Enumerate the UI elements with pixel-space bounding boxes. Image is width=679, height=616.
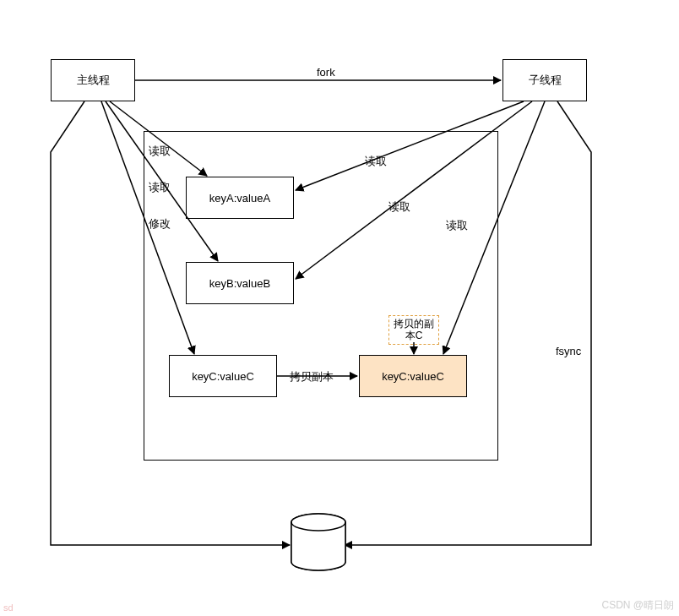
copy-note-label: 拷贝的副 本C: [394, 318, 434, 341]
key-a-box: keyA:valueA: [186, 177, 294, 219]
edge-fork-label: fork: [317, 66, 335, 79]
copy-note-box: 拷贝的副 本C: [388, 315, 439, 345]
disk-label: 磁盘: [309, 538, 331, 553]
key-c-box: keyC:valueC: [169, 355, 277, 397]
key-c-label: keyC:valueC: [192, 370, 254, 383]
child-thread-label: 子线程: [529, 73, 562, 88]
main-thread-label: 主线程: [77, 73, 110, 88]
watermark-left: sd: [3, 602, 14, 613]
svg-point-12: [291, 514, 345, 531]
edge-child-read-c: 读取: [446, 218, 468, 233]
main-thread-box: 主线程: [51, 59, 135, 101]
edge-copy-label: 拷贝副本: [290, 369, 334, 384]
edge-child-read-a: 读取: [365, 154, 387, 169]
key-c-copy-box: keyC:valueC: [359, 355, 467, 397]
svg-point-9: [291, 514, 345, 531]
edge-fsync-label: fsync: [556, 345, 581, 357]
key-b-label: keyB:valueB: [209, 277, 270, 290]
key-c-copy-label: keyC:valueC: [382, 370, 444, 383]
edge-main-read-b: 读取: [149, 180, 171, 195]
watermark-right: CSDN @晴日朗: [601, 598, 674, 613]
key-b-box: keyB:valueB: [186, 262, 294, 304]
edge-child-read-b: 读取: [388, 199, 410, 215]
child-thread-box: 子线程: [502, 59, 587, 101]
edge-main-read-a: 读取: [149, 144, 171, 159]
edge-main-modify: 修改: [149, 216, 171, 232]
key-a-label: keyA:valueA: [209, 192, 270, 204]
